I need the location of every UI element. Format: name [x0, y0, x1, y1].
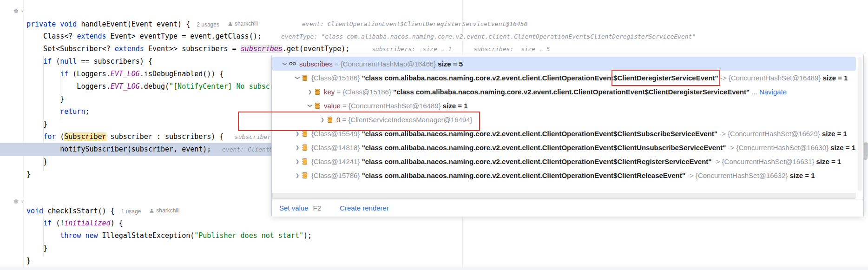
- code-line[interactable]: if (!initialized) {: [26, 217, 868, 230]
- code-token: if: [60, 70, 68, 78]
- chevron-expanded-icon[interactable]: ❯: [295, 74, 300, 81]
- tree-row-segment: "class com.alibaba.nacos.naming.core.v2.…: [362, 144, 726, 151]
- code-token: null: [60, 57, 77, 66]
- code-line[interactable]: }: [26, 242, 868, 255]
- inline-debugger-hint: subscribers: size = 1 subscribes: size =…: [372, 43, 550, 55]
- author-label[interactable]: sharkchili: [149, 204, 179, 217]
- code-token: );: [303, 231, 312, 240]
- stack-icon: [301, 172, 309, 179]
- usages-label[interactable]: 1 usage: [121, 205, 141, 218]
- tree-row-segment: $ClientDeregisterServiceEvent": [612, 70, 720, 86]
- tree-row-3[interactable]: ❯value = {ConcurrentHashSet@16489} size …: [272, 99, 863, 112]
- code-token: checkIsStart() {: [43, 207, 115, 215]
- tree-row-text: key = {Class@15186} "class com.alibaba.n…: [324, 88, 787, 96]
- code-token: ) {: [111, 219, 123, 227]
- tree-row-segment: "class com.alibaba.nacos.naming.core.v2.…: [362, 158, 712, 165]
- editor-scrollbar-thumb[interactable]: [864, 142, 868, 160]
- code-token: [56, 20, 60, 28]
- tree-row-7[interactable]: ❯{Class@14241} "class com.alibaba.nacos.…: [272, 154, 863, 168]
- stack-icon: [301, 144, 309, 151]
- code-token: for: [43, 132, 56, 141]
- code-token: }: [26, 158, 47, 166]
- chevron-collapsed-icon[interactable]: ❯: [294, 159, 301, 164]
- code-token: Event> eventType = event.getClass();: [106, 32, 262, 40]
- tree-row-segment: -> {ConcurrentHashSet@16630}: [726, 144, 830, 151]
- chevron-collapsed-icon[interactable]: ❯: [294, 145, 301, 150]
- chevron-down-icon[interactable]: ∨: [21, 199, 24, 204]
- tree-row-segment: -> {ConcurrentHashSet@16629}: [717, 130, 822, 138]
- tree-row-8[interactable]: ❯{Class@15786} "class com.alibaba.nacos.…: [272, 168, 863, 182]
- author-label[interactable]: sharkchili: [228, 18, 258, 30]
- code-token: }: [26, 120, 47, 128]
- code-token: (Loggers.: [68, 70, 110, 78]
- tree-row-segment: ...: [750, 88, 759, 96]
- tree-row-6[interactable]: ❯{Class@14818} "class com.alibaba.nacos.…: [272, 140, 863, 154]
- tree-row-segment: = {ConcurrentHashMap@16466}: [333, 60, 438, 68]
- code-token: initialized: [64, 219, 110, 227]
- tree-row-text: value = {ConcurrentHashSet@16489} size =…: [324, 102, 468, 110]
- code-token: == subscribers) {: [77, 57, 152, 66]
- code-token: subscriber : subscribers) {: [106, 132, 224, 141]
- code-token: Loggers.: [26, 82, 111, 91]
- code-vision-hints: 2 usagessharkchili: [197, 18, 266, 31]
- popup-horizontal-scrollbar[interactable]: [272, 193, 855, 199]
- chevron-collapsed-icon[interactable]: ❯: [294, 173, 301, 178]
- vision-text: sharkchili: [156, 204, 179, 217]
- usages-label[interactable]: 2 usages: [197, 19, 219, 31]
- code-line[interactable]: throw new IllegalStateException("Publish…: [26, 230, 868, 242]
- popup-vertical-scrollbar[interactable]: [858, 57, 862, 191]
- code-line[interactable]: private void handleEvent(Event event) {2…: [26, 18, 868, 30]
- code-token: throw: [60, 231, 81, 240]
- stack-icon: [314, 102, 321, 109]
- set-value-link[interactable]: Set value: [279, 204, 309, 212]
- code-token: }: [26, 170, 31, 178]
- method-inlay-widget[interactable]: ∨: [13, 197, 28, 205]
- code-line[interactable]: Set<Subscriber<? extends Event>> subscri…: [26, 43, 868, 55]
- tree-row-2[interactable]: ❯key = {Class@15186} "class com.alibaba.…: [272, 85, 863, 99]
- code-token: }: [26, 95, 64, 103]
- navigate-link[interactable]: Navigate: [759, 88, 787, 96]
- create-renderer-link[interactable]: Create renderer: [340, 204, 389, 212]
- annotation-box-value-entry: [238, 112, 480, 131]
- code-token: if: [43, 57, 52, 66]
- tree-row-segment: -> {ConcurrentHashSet@16631}: [711, 158, 816, 165]
- code-token: EVT_LOG: [111, 82, 140, 91]
- vision-text: 1 usage: [121, 205, 141, 218]
- code-token: [26, 57, 43, 66]
- chevron-down-icon[interactable]: ∨: [21, 8, 24, 13]
- code-token: (: [56, 132, 64, 141]
- chevron-collapsed-icon[interactable]: ❯: [294, 131, 301, 136]
- tree-row-segment: = {Class@15186}: [335, 88, 393, 96]
- tree-row-0[interactable]: ❯subscribes = {ConcurrentHashMap@16466} …: [272, 57, 856, 71]
- set-value-shortcut: F2: [313, 204, 322, 212]
- code-token: "Publisher does not start": [194, 231, 303, 240]
- popup-footer: Set value F2 Create renderer: [272, 199, 863, 217]
- code-token: Subscriber: [64, 132, 106, 141]
- chevron-expanded-icon[interactable]: ❯: [283, 60, 288, 67]
- tree-row-segment: "class com.alibaba.nacos.naming.core.v2.…: [362, 74, 613, 82]
- method-inlay-widget[interactable]: ∨: [13, 7, 28, 15]
- chevron-expanded-icon[interactable]: ❯: [308, 102, 313, 109]
- gutter-separator: [23, 0, 24, 267]
- stack-icon: [301, 158, 309, 165]
- code-token: (!: [52, 219, 64, 227]
- tree-row-segment: = {ConcurrentHashSet@16489}: [341, 102, 443, 110]
- code-token: }: [26, 257, 31, 265]
- tree-row-1[interactable]: ❯{Class@15186} "class com.alibaba.nacos.…: [272, 71, 863, 85]
- tree-row-segment: {Class@15186}: [311, 74, 362, 82]
- tree-row-text: {Class@14818} "class com.alibaba.nacos.n…: [311, 144, 855, 151]
- code-token: [26, 70, 60, 78]
- method-inlay-icon: [13, 198, 20, 205]
- code-line[interactable]: }: [26, 255, 868, 267]
- code-token: extends: [77, 32, 106, 40]
- debugger-inspect-popup[interactable]: ❯subscribes = {ConcurrentHashMap@16466} …: [271, 55, 864, 216]
- code-token: .get(eventType);: [283, 45, 350, 53]
- code-token: subscribes: [241, 45, 283, 53]
- tree-row-text: {Class@14241} "class com.alibaba.nacos.n…: [311, 158, 841, 165]
- code-token: Set<Subscriber<?: [26, 45, 115, 53]
- tree-row-segment: size = 1: [816, 158, 841, 165]
- chevron-collapsed-icon[interactable]: ❯: [306, 89, 314, 94]
- code-line[interactable]: Class<? extends Event> eventType = event…: [26, 30, 868, 43]
- stack-icon: [301, 74, 309, 81]
- tree-row-segment: size = 1: [830, 144, 855, 151]
